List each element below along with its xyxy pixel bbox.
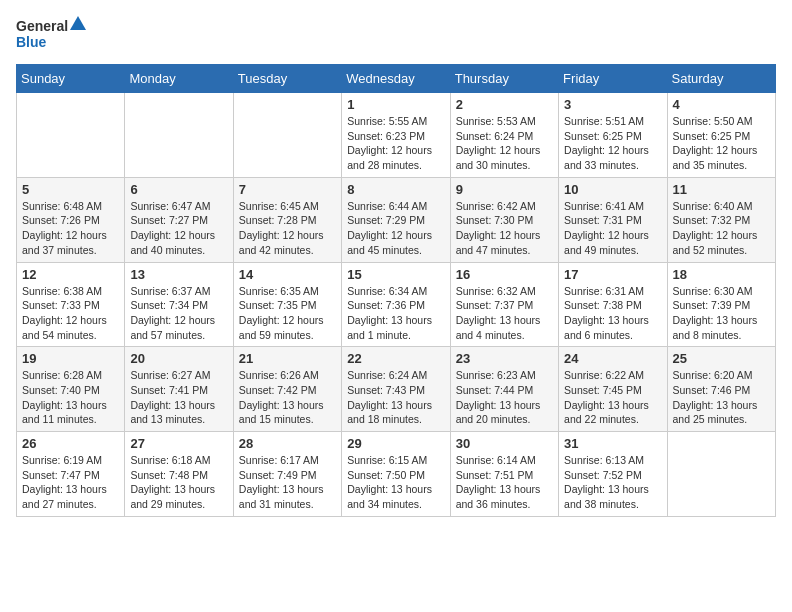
weekday-header-tuesday: Tuesday: [233, 65, 341, 93]
calendar-cell: 26Sunrise: 6:19 AM Sunset: 7:47 PM Dayli…: [17, 432, 125, 517]
calendar-cell: 31Sunrise: 6:13 AM Sunset: 7:52 PM Dayli…: [559, 432, 667, 517]
calendar-cell: 24Sunrise: 6:22 AM Sunset: 7:45 PM Dayli…: [559, 347, 667, 432]
calendar-cell: 6Sunrise: 6:47 AM Sunset: 7:27 PM Daylig…: [125, 177, 233, 262]
day-number: 4: [673, 97, 770, 112]
weekday-header-wednesday: Wednesday: [342, 65, 450, 93]
day-number: 9: [456, 182, 553, 197]
day-info: Sunrise: 6:30 AM Sunset: 7:39 PM Dayligh…: [673, 284, 770, 343]
calendar-cell: 7Sunrise: 6:45 AM Sunset: 7:28 PM Daylig…: [233, 177, 341, 262]
day-number: 24: [564, 351, 661, 366]
week-row-3: 12Sunrise: 6:38 AM Sunset: 7:33 PM Dayli…: [17, 262, 776, 347]
week-row-1: 1Sunrise: 5:55 AM Sunset: 6:23 PM Daylig…: [17, 93, 776, 178]
calendar-cell: 19Sunrise: 6:28 AM Sunset: 7:40 PM Dayli…: [17, 347, 125, 432]
day-info: Sunrise: 6:31 AM Sunset: 7:38 PM Dayligh…: [564, 284, 661, 343]
day-number: 11: [673, 182, 770, 197]
day-number: 30: [456, 436, 553, 451]
day-number: 27: [130, 436, 227, 451]
calendar-cell: 8Sunrise: 6:44 AM Sunset: 7:29 PM Daylig…: [342, 177, 450, 262]
day-info: Sunrise: 6:48 AM Sunset: 7:26 PM Dayligh…: [22, 199, 119, 258]
calendar-cell: 18Sunrise: 6:30 AM Sunset: 7:39 PM Dayli…: [667, 262, 775, 347]
day-number: 26: [22, 436, 119, 451]
day-number: 16: [456, 267, 553, 282]
day-info: Sunrise: 6:20 AM Sunset: 7:46 PM Dayligh…: [673, 368, 770, 427]
day-number: 2: [456, 97, 553, 112]
day-info: Sunrise: 6:26 AM Sunset: 7:42 PM Dayligh…: [239, 368, 336, 427]
weekday-header-sunday: Sunday: [17, 65, 125, 93]
calendar-cell: 10Sunrise: 6:41 AM Sunset: 7:31 PM Dayli…: [559, 177, 667, 262]
calendar-cell: [667, 432, 775, 517]
weekday-header-saturday: Saturday: [667, 65, 775, 93]
day-info: Sunrise: 6:41 AM Sunset: 7:31 PM Dayligh…: [564, 199, 661, 258]
day-number: 25: [673, 351, 770, 366]
day-info: Sunrise: 6:18 AM Sunset: 7:48 PM Dayligh…: [130, 453, 227, 512]
day-info: Sunrise: 5:50 AM Sunset: 6:25 PM Dayligh…: [673, 114, 770, 173]
calendar-cell: 2Sunrise: 5:53 AM Sunset: 6:24 PM Daylig…: [450, 93, 558, 178]
calendar-cell: 27Sunrise: 6:18 AM Sunset: 7:48 PM Dayli…: [125, 432, 233, 517]
calendar-cell: 9Sunrise: 6:42 AM Sunset: 7:30 PM Daylig…: [450, 177, 558, 262]
day-info: Sunrise: 6:13 AM Sunset: 7:52 PM Dayligh…: [564, 453, 661, 512]
day-info: Sunrise: 6:17 AM Sunset: 7:49 PM Dayligh…: [239, 453, 336, 512]
calendar-cell: 29Sunrise: 6:15 AM Sunset: 7:50 PM Dayli…: [342, 432, 450, 517]
day-info: Sunrise: 5:51 AM Sunset: 6:25 PM Dayligh…: [564, 114, 661, 173]
day-number: 14: [239, 267, 336, 282]
calendar-cell: 17Sunrise: 6:31 AM Sunset: 7:38 PM Dayli…: [559, 262, 667, 347]
calendar-cell: 21Sunrise: 6:26 AM Sunset: 7:42 PM Dayli…: [233, 347, 341, 432]
svg-text:General: General: [16, 18, 68, 34]
day-number: 7: [239, 182, 336, 197]
day-number: 13: [130, 267, 227, 282]
day-info: Sunrise: 6:24 AM Sunset: 7:43 PM Dayligh…: [347, 368, 444, 427]
day-info: Sunrise: 5:53 AM Sunset: 6:24 PM Dayligh…: [456, 114, 553, 173]
day-info: Sunrise: 6:42 AM Sunset: 7:30 PM Dayligh…: [456, 199, 553, 258]
calendar-cell: [233, 93, 341, 178]
calendar-cell: [125, 93, 233, 178]
week-row-2: 5Sunrise: 6:48 AM Sunset: 7:26 PM Daylig…: [17, 177, 776, 262]
calendar-cell: 15Sunrise: 6:34 AM Sunset: 7:36 PM Dayli…: [342, 262, 450, 347]
page-header: General Blue: [16, 16, 776, 52]
week-row-4: 19Sunrise: 6:28 AM Sunset: 7:40 PM Dayli…: [17, 347, 776, 432]
calendar-cell: [17, 93, 125, 178]
day-info: Sunrise: 6:27 AM Sunset: 7:41 PM Dayligh…: [130, 368, 227, 427]
day-number: 17: [564, 267, 661, 282]
svg-marker-2: [70, 16, 86, 30]
calendar-table: SundayMondayTuesdayWednesdayThursdayFrid…: [16, 64, 776, 517]
calendar-cell: 22Sunrise: 6:24 AM Sunset: 7:43 PM Dayli…: [342, 347, 450, 432]
logo-svg: General Blue: [16, 16, 86, 52]
calendar-cell: 28Sunrise: 6:17 AM Sunset: 7:49 PM Dayli…: [233, 432, 341, 517]
calendar-cell: 13Sunrise: 6:37 AM Sunset: 7:34 PM Dayli…: [125, 262, 233, 347]
day-info: Sunrise: 6:44 AM Sunset: 7:29 PM Dayligh…: [347, 199, 444, 258]
logo: General Blue: [16, 16, 86, 52]
day-info: Sunrise: 6:22 AM Sunset: 7:45 PM Dayligh…: [564, 368, 661, 427]
day-info: Sunrise: 6:47 AM Sunset: 7:27 PM Dayligh…: [130, 199, 227, 258]
day-number: 23: [456, 351, 553, 366]
calendar-cell: 14Sunrise: 6:35 AM Sunset: 7:35 PM Dayli…: [233, 262, 341, 347]
day-info: Sunrise: 6:37 AM Sunset: 7:34 PM Dayligh…: [130, 284, 227, 343]
calendar-cell: 4Sunrise: 5:50 AM Sunset: 6:25 PM Daylig…: [667, 93, 775, 178]
day-number: 28: [239, 436, 336, 451]
day-number: 10: [564, 182, 661, 197]
weekday-header-thursday: Thursday: [450, 65, 558, 93]
day-number: 18: [673, 267, 770, 282]
day-number: 29: [347, 436, 444, 451]
day-info: Sunrise: 6:35 AM Sunset: 7:35 PM Dayligh…: [239, 284, 336, 343]
weekday-header-friday: Friday: [559, 65, 667, 93]
week-row-5: 26Sunrise: 6:19 AM Sunset: 7:47 PM Dayli…: [17, 432, 776, 517]
day-number: 6: [130, 182, 227, 197]
day-info: Sunrise: 6:32 AM Sunset: 7:37 PM Dayligh…: [456, 284, 553, 343]
day-number: 8: [347, 182, 444, 197]
calendar-cell: 23Sunrise: 6:23 AM Sunset: 7:44 PM Dayli…: [450, 347, 558, 432]
calendar-cell: 11Sunrise: 6:40 AM Sunset: 7:32 PM Dayli…: [667, 177, 775, 262]
calendar-cell: 20Sunrise: 6:27 AM Sunset: 7:41 PM Dayli…: [125, 347, 233, 432]
day-number: 15: [347, 267, 444, 282]
day-info: Sunrise: 6:28 AM Sunset: 7:40 PM Dayligh…: [22, 368, 119, 427]
day-info: Sunrise: 6:14 AM Sunset: 7:51 PM Dayligh…: [456, 453, 553, 512]
day-number: 3: [564, 97, 661, 112]
calendar-cell: 25Sunrise: 6:20 AM Sunset: 7:46 PM Dayli…: [667, 347, 775, 432]
day-info: Sunrise: 5:55 AM Sunset: 6:23 PM Dayligh…: [347, 114, 444, 173]
day-number: 12: [22, 267, 119, 282]
day-number: 22: [347, 351, 444, 366]
day-info: Sunrise: 6:45 AM Sunset: 7:28 PM Dayligh…: [239, 199, 336, 258]
calendar-cell: 30Sunrise: 6:14 AM Sunset: 7:51 PM Dayli…: [450, 432, 558, 517]
day-number: 20: [130, 351, 227, 366]
day-number: 31: [564, 436, 661, 451]
day-info: Sunrise: 6:19 AM Sunset: 7:47 PM Dayligh…: [22, 453, 119, 512]
